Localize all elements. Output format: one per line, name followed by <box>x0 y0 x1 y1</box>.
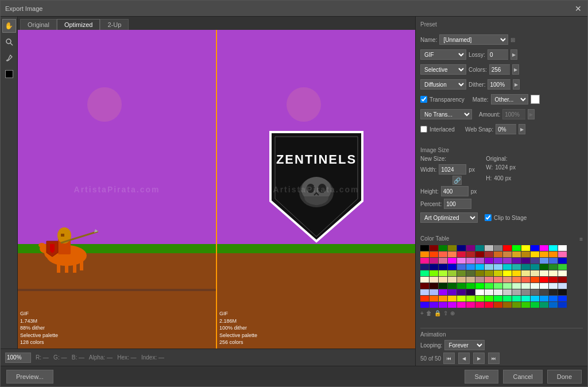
color-cell[interactable] <box>420 251 429 257</box>
color-cell[interactable] <box>485 296 493 301</box>
color-cell[interactable] <box>420 258 429 264</box>
color-cell[interactable] <box>420 264 429 270</box>
color-cell[interactable] <box>420 289 429 295</box>
color-cell[interactable] <box>448 289 457 295</box>
color-cell[interactable] <box>457 277 466 282</box>
color-cell[interactable] <box>558 264 567 270</box>
color-cell[interactable] <box>503 277 512 282</box>
format-select[interactable]: GIF PNG-8 PNG-24 JPEG <box>420 49 466 60</box>
hand-tool-btn[interactable]: ✋ <box>2 19 16 33</box>
color-cell[interactable] <box>494 270 502 276</box>
interlaced-checkbox[interactable] <box>420 126 427 133</box>
color-cell[interactable] <box>512 296 521 301</box>
height-input[interactable] <box>441 186 469 196</box>
color-cell[interactable] <box>485 264 493 270</box>
color-cell[interactable] <box>457 289 466 295</box>
color-cell[interactable] <box>549 245 558 251</box>
color-cell[interactable] <box>466 277 475 282</box>
color-cell[interactable] <box>558 251 567 257</box>
color-cell[interactable] <box>457 258 466 264</box>
color-cell[interactable] <box>521 302 530 308</box>
color-cell[interactable] <box>549 296 558 301</box>
done-button[interactable]: Done <box>547 370 582 384</box>
color-cell[interactable] <box>558 245 567 251</box>
clip-to-stage-checkbox[interactable] <box>485 214 492 221</box>
color-cell[interactable] <box>558 296 567 301</box>
percent-input[interactable] <box>444 199 471 209</box>
matte-select[interactable]: Other... None White <box>491 94 528 105</box>
web-shift-btn[interactable]: ⊕ <box>450 310 455 316</box>
delete-color-btn[interactable]: 🗑 <box>426 310 432 316</box>
prev-frame-btn[interactable]: ◀ <box>458 353 470 364</box>
color-cell[interactable] <box>466 270 475 276</box>
zoom-tool-btn[interactable] <box>2 35 16 49</box>
color-cell[interactable] <box>494 245 502 251</box>
websnap-input[interactable] <box>496 124 516 134</box>
color-cell[interactable] <box>531 264 539 270</box>
color-cell[interactable] <box>475 289 484 295</box>
lock-color-btn[interactable]: 🔒 <box>434 310 441 316</box>
lossy-input[interactable] <box>488 49 508 60</box>
shift-color-btn[interactable]: ⇧ <box>443 310 448 316</box>
zoom-input[interactable] <box>5 353 31 363</box>
color-cell[interactable] <box>466 245 475 251</box>
color-cell[interactable] <box>521 283 530 289</box>
color-cell[interactable] <box>531 296 539 301</box>
color-cell[interactable] <box>457 270 466 276</box>
color-cell[interactable] <box>531 302 539 308</box>
color-cell[interactable] <box>521 258 530 264</box>
color-cell[interactable] <box>558 302 567 308</box>
quality-select[interactable]: Art Optimized Bicubic Bilinear <box>420 212 478 223</box>
color-cell[interactable] <box>475 258 484 264</box>
color-cell[interactable] <box>439 277 447 282</box>
color-cell[interactable] <box>457 251 466 257</box>
color-cell[interactable] <box>430 270 438 276</box>
save-button[interactable]: Save <box>465 370 498 384</box>
color-cell[interactable] <box>485 258 493 264</box>
color-cell[interactable] <box>457 296 466 301</box>
color-table-menu-btn[interactable]: ≡ <box>579 236 583 242</box>
close-button[interactable]: ✕ <box>574 4 583 13</box>
color-cell[interactable] <box>457 264 466 270</box>
dither-select[interactable]: Diffusion Pattern Noise <box>420 79 466 90</box>
dither-spin-btn[interactable]: ▶ <box>513 79 520 90</box>
color-cell[interactable] <box>531 283 539 289</box>
color-cell[interactable] <box>457 283 466 289</box>
color-cell[interactable] <box>430 289 438 295</box>
color-cell[interactable] <box>475 270 484 276</box>
color-cell[interactable] <box>531 289 539 295</box>
color-cell[interactable] <box>430 277 438 282</box>
color-cell[interactable] <box>439 302 447 308</box>
color-cell[interactable] <box>503 264 512 270</box>
color-cell[interactable] <box>448 251 457 257</box>
dither-input[interactable] <box>488 79 510 90</box>
palette-select[interactable]: Selective Adaptive Perceptual <box>420 64 466 75</box>
color-cell[interactable] <box>466 302 475 308</box>
color-cell[interactable] <box>549 270 558 276</box>
color-cell[interactable] <box>494 283 502 289</box>
color-cell[interactable] <box>549 277 558 282</box>
color-cell[interactable] <box>466 283 475 289</box>
color-cell[interactable] <box>549 264 558 270</box>
color-cell[interactable] <box>439 245 447 251</box>
color-cell[interactable] <box>494 302 502 308</box>
color-cell[interactable] <box>430 302 438 308</box>
color-cell[interactable] <box>521 296 530 301</box>
color-cell[interactable] <box>448 270 457 276</box>
color-cell[interactable] <box>549 251 558 257</box>
color-cell[interactable] <box>466 251 475 257</box>
color-cell[interactable] <box>448 258 457 264</box>
color-cell[interactable] <box>448 296 457 301</box>
color-cell[interactable] <box>448 245 457 251</box>
color-cell[interactable] <box>430 251 438 257</box>
color-cell[interactable] <box>439 296 447 301</box>
color-cell[interactable] <box>475 296 484 301</box>
color-cell[interactable] <box>540 277 548 282</box>
color-cell[interactable] <box>549 258 558 264</box>
color-cell[interactable] <box>503 289 512 295</box>
color-cell[interactable] <box>430 296 438 301</box>
color-cell[interactable] <box>485 245 493 251</box>
color-cell[interactable] <box>475 245 484 251</box>
color-cell[interactable] <box>494 251 502 257</box>
color-cell[interactable] <box>512 245 521 251</box>
